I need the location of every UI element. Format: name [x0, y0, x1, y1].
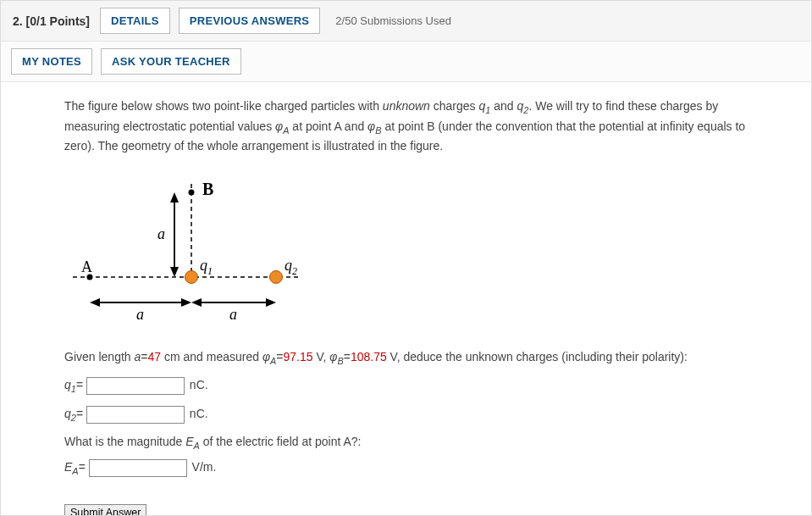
q1-unit: nC.: [190, 378, 208, 391]
question-number: 2. [0/1 Points]: [11, 11, 91, 31]
efield-question: What is the magnitude EA of the electric…: [64, 433, 765, 453]
question-header-row2: MY NOTES ASK YOUR TEACHER: [1, 42, 811, 82]
label-A: A: [81, 258, 92, 275]
label-a-br: a: [229, 306, 237, 323]
svg-point-13: [185, 270, 198, 283]
label-B: B: [202, 180, 213, 198]
svg-marker-4: [170, 267, 179, 277]
details-button[interactable]: DETAILS: [100, 8, 170, 34]
q2-input[interactable]: [86, 406, 185, 424]
label-q1: q1: [200, 257, 213, 277]
submit-answer-button[interactable]: Submit Answer: [64, 504, 146, 516]
question-body: The figure below shows two point-like ch…: [1, 82, 811, 516]
intro-text: The figure below shows two point-like ch…: [64, 97, 765, 155]
my-notes-button[interactable]: MY NOTES: [11, 48, 92, 75]
q1-row: q1= nC.: [64, 376, 765, 397]
label-q2: q2: [284, 257, 297, 277]
previous-answers-button[interactable]: PREVIOUS ANSWERS: [179, 8, 321, 34]
ask-teacher-button[interactable]: ASK YOUR TEACHER: [101, 48, 241, 75]
label-a-top: a: [157, 225, 165, 242]
question-header: 2. [0/1 Points] DETAILS PREVIOUS ANSWERS…: [1, 1, 811, 42]
q2-row: q2= nC.: [64, 405, 765, 425]
q1-input[interactable]: [86, 377, 185, 395]
q2-unit: nC.: [190, 407, 208, 420]
svg-point-14: [270, 270, 283, 283]
svg-marker-3: [170, 192, 179, 203]
given-text: Given length a=47 cm and measured φA=97.…: [64, 348, 765, 369]
submissions-used: 2/50 Submissions Used: [335, 14, 451, 27]
ea-unit: V/m.: [192, 460, 217, 474]
geometry-diagram: A B a a a q1 q2: [64, 167, 318, 328]
svg-marker-6: [90, 298, 100, 307]
ea-input[interactable]: [89, 459, 187, 477]
ea-row: EA= V/m.: [64, 458, 765, 479]
svg-marker-7: [181, 298, 191, 307]
label-a-bl: a: [136, 306, 144, 323]
svg-marker-9: [191, 298, 202, 307]
svg-marker-10: [266, 298, 276, 307]
svg-point-12: [189, 189, 195, 195]
figure: A B a a a q1 q2: [64, 167, 765, 328]
